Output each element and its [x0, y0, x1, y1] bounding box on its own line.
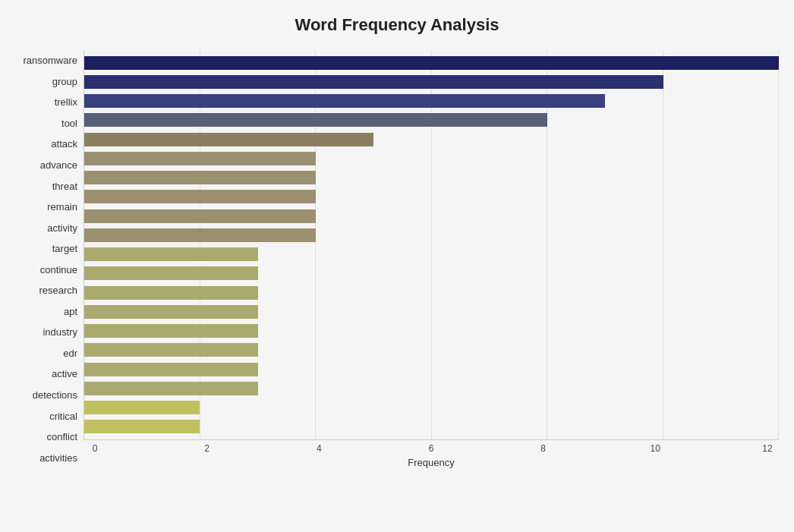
bar-edr — [84, 324, 258, 338]
x-tick: 6 — [420, 443, 443, 454]
bar-ransomware — [84, 56, 779, 70]
bar-threat — [84, 171, 316, 184]
bar-tool — [84, 113, 547, 127]
bar-row-ransomware — [84, 55, 779, 71]
y-label-attack: attack — [51, 139, 77, 149]
bar-row-conflict — [84, 400, 779, 415]
bar-row-threat — [84, 170, 779, 185]
y-label-activity: activity — [47, 223, 77, 233]
y-label-advance: advance — [40, 160, 77, 170]
x-tick: 4 — [307, 443, 330, 454]
y-label-detections: detections — [33, 390, 77, 400]
bar-row-research — [84, 266, 779, 281]
y-label-industry: industry — [43, 327, 77, 337]
bar-activities — [84, 420, 200, 433]
y-label-continue: continue — [40, 265, 77, 275]
bar-row-detections — [84, 362, 779, 377]
bar-row-critical — [84, 381, 779, 396]
bar-conflict — [84, 401, 200, 414]
y-label-critical: critical — [49, 411, 77, 421]
y-axis: ransomwaregrouptrellixtoolattackadvancet… — [15, 50, 83, 468]
x-tick: 0 — [83, 443, 106, 454]
y-label-ransomware: ransomware — [23, 55, 77, 65]
bar-continue — [84, 247, 258, 261]
bar-row-active — [84, 342, 779, 357]
x-tick: 2 — [196, 443, 219, 454]
bar-row-trellix — [84, 93, 779, 109]
y-label-threat: threat — [52, 181, 77, 191]
bar-group — [84, 75, 663, 89]
chart-title: Word Frequency Analysis — [15, 15, 779, 35]
x-axis: 024681012 — [83, 440, 779, 454]
bar-row-edr — [84, 323, 779, 338]
y-label-group: group — [52, 77, 77, 87]
bar-row-industry — [84, 304, 779, 320]
bars-and-x: 024681012 Frequency — [83, 50, 779, 468]
bar-attack — [84, 133, 373, 146]
bar-detections — [84, 363, 258, 376]
bar-row-target — [84, 228, 779, 243]
x-tick: 8 — [532, 443, 555, 454]
y-label-active: active — [52, 369, 77, 379]
y-label-target: target — [52, 244, 77, 253]
y-label-research: research — [39, 285, 77, 295]
bar-row-group — [84, 74, 779, 90]
x-tick: 12 — [756, 443, 779, 454]
bar-research — [84, 266, 258, 280]
x-axis-label: Frequency — [83, 457, 779, 468]
x-tick: 10 — [644, 443, 666, 454]
bar-row-activity — [84, 209, 779, 224]
bar-critical — [84, 382, 258, 395]
bar-row-tool — [84, 112, 779, 127]
bar-activity — [84, 209, 316, 223]
bar-row-continue — [84, 247, 779, 262]
chart-container: Word Frequency Analysis ransomwaregroupt… — [0, 0, 794, 532]
y-label-edr: edr — [63, 348, 77, 358]
bar-row-attack — [84, 132, 779, 147]
bar-row-advance — [84, 151, 779, 166]
bar-remain — [84, 190, 316, 203]
bars-inner — [84, 50, 779, 439]
y-label-tool: tool — [61, 118, 77, 128]
chart-area: ransomwaregrouptrellixtoolattackadvancet… — [15, 50, 779, 468]
bar-advance — [84, 152, 316, 165]
y-label-remain: remain — [47, 202, 77, 212]
bar-trellix — [84, 94, 605, 108]
y-label-trellix: trellix — [55, 97, 77, 107]
bar-target — [84, 228, 316, 242]
bar-row-activities — [84, 419, 779, 434]
bars-wrapper — [83, 50, 779, 440]
bar-apt — [84, 286, 258, 300]
bar-active — [84, 343, 258, 357]
y-label-activities: activities — [39, 453, 77, 463]
y-label-conflict: conflict — [47, 432, 77, 442]
bar-row-remain — [84, 189, 779, 204]
bar-industry — [84, 305, 258, 319]
y-label-apt: apt — [64, 307, 77, 316]
bar-row-apt — [84, 285, 779, 301]
